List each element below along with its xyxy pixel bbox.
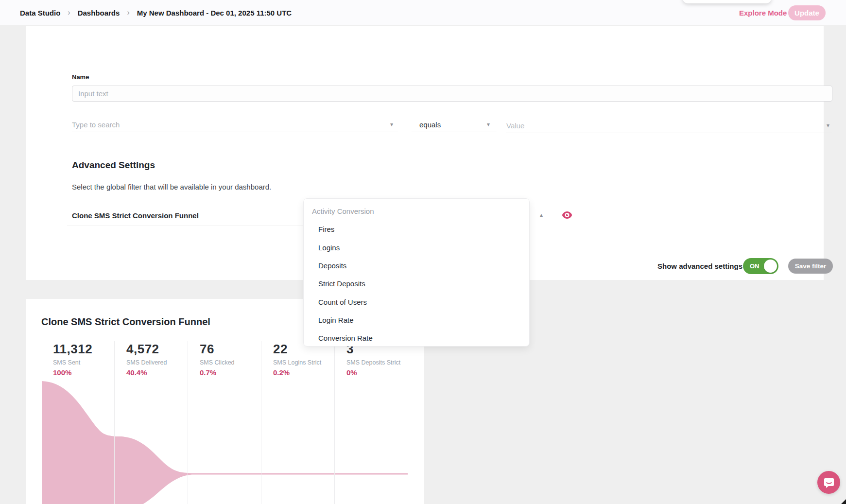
selected-filter-name: Clone SMS Strict Conversion Funnel <box>72 211 199 220</box>
dropdown-item-strict-deposits[interactable]: Strict Deposits <box>318 279 522 288</box>
chevron-down-icon: ▾ <box>487 122 490 127</box>
breadcrumb: Data Studio › Dashboards › My New Dashbo… <box>20 0 292 25</box>
show-advanced-settings-label: Show advanced settings <box>657 262 742 270</box>
dropdown-item-count-of-users[interactable]: Count of Users <box>318 298 522 306</box>
explore-mode-link[interactable]: Explore Mode <box>739 0 787 25</box>
cursor <box>841 498 846 504</box>
advanced-settings-toggle[interactable]: ON <box>743 258 778 274</box>
advanced-settings-title: Advanced Settings <box>72 160 155 171</box>
advanced-settings-description: Select the global filter that will be av… <box>72 183 271 191</box>
metric-search-select[interactable]: Type to search ▾ <box>72 117 398 132</box>
name-input[interactable] <box>72 86 832 102</box>
dropdown-item-fires[interactable]: Fires <box>318 225 522 233</box>
chevron-right-icon: › <box>127 8 129 17</box>
operator-value: equals <box>419 121 441 129</box>
breadcrumb-current-dashboard: My New Dashboard - Dec 01, 2025 11:50 UT… <box>137 9 292 17</box>
column-divider <box>188 341 188 504</box>
toggle-knob <box>764 260 777 273</box>
dropdown-item-logins[interactable]: Logins <box>318 243 522 252</box>
breadcrumb-dashboards[interactable]: Dashboards <box>78 9 120 17</box>
operator-select[interactable]: equals ▾ <box>412 117 497 132</box>
value-placeholder: Value <box>506 122 524 130</box>
dropdown-item-deposits[interactable]: Deposits <box>318 261 522 270</box>
metric-search-placeholder: Type to search <box>72 121 120 129</box>
chat-launcher-button[interactable] <box>817 471 840 494</box>
save-filter-button[interactable]: Save filter <box>788 259 833 274</box>
chevron-down-icon: ▾ <box>827 122 829 128</box>
divider <box>67 226 327 226</box>
eye-icon[interactable] <box>562 211 572 219</box>
top-bar: Data Studio › Dashboards › My New Dashbo… <box>0 0 846 25</box>
update-button[interactable]: Update <box>788 5 826 20</box>
chevron-down-icon: ▾ <box>390 122 393 127</box>
column-divider <box>261 341 261 504</box>
chevron-up-icon[interactable]: ▴ <box>540 211 543 218</box>
breadcrumb-data-studio[interactable]: Data Studio <box>20 9 60 17</box>
floating-panel-edge <box>683 0 771 3</box>
column-divider <box>114 341 115 504</box>
chevron-right-icon: › <box>68 8 70 17</box>
metric-dropdown: Activity Conversion Fires Logins Deposit… <box>303 198 530 347</box>
chat-bubble-icon <box>823 477 835 488</box>
column-divider <box>334 341 335 504</box>
dropdown-item-conversion-rate[interactable]: Conversion Rate <box>318 334 522 342</box>
name-label: Name <box>72 73 89 81</box>
dropdown-item-login-rate[interactable]: Login Rate <box>318 316 522 324</box>
value-select[interactable]: Value ▾ <box>506 118 832 133</box>
toggle-on-text: ON <box>750 262 760 270</box>
dropdown-group-header: Activity Conversion <box>312 207 374 215</box>
